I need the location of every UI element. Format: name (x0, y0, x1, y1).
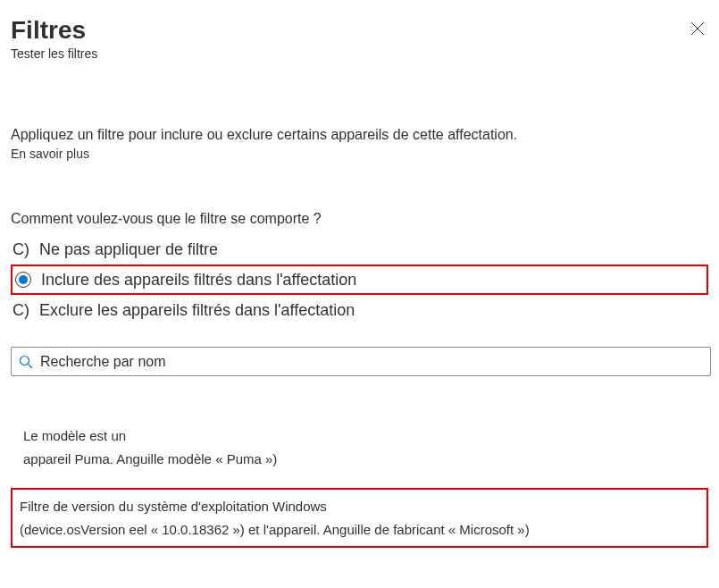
radio-marker-text: C) (13, 240, 34, 259)
filter-block-osversion: Filtre de version du système d'exploitat… (11, 488, 708, 548)
radio-label-include: Inclure des appareils filtrés dans l'aff… (41, 271, 356, 290)
search-icon (19, 355, 33, 369)
panel-subtitle: Tester les filtres (11, 46, 708, 61)
close-button[interactable] (690, 21, 708, 39)
filter-model-line2: appareil Puma. Anguille modèle « Puma ») (23, 448, 701, 471)
radio-label-exclude: Exclure les appareils filtrés dans l'aff… (39, 301, 355, 320)
radio-option-exclude[interactable]: C) Exclure les appareils filtrés dans l'… (11, 295, 708, 325)
filter-block-model: Le modèle est un appareil Puma. Anguille… (16, 419, 708, 475)
panel-title: Filtres (11, 16, 708, 45)
behavior-question: Comment voulez-vous que le filtre se com… (11, 211, 708, 227)
filter-description: Appliquez un filtre pour inclure ou excl… (11, 127, 708, 143)
svg-point-2 (21, 356, 29, 365)
search-box[interactable] (11, 347, 711, 376)
filter-model-line1: Le modèle est un (23, 424, 701, 448)
svg-line-3 (29, 364, 33, 368)
radio-label-none: Ne pas appliquer de filtre (39, 240, 218, 259)
learn-more-link[interactable]: En savoir plus (11, 147, 89, 161)
filter-osversion-line1: Filtre de version du système d'exploitat… (20, 495, 699, 518)
radio-option-include[interactable]: Inclure des appareils filtrés dans l'aff… (11, 265, 708, 295)
radio-option-none[interactable]: C) Ne pas appliquer de filtre (11, 234, 708, 265)
filter-osversion-line2: (device.osVersion eel « 10.0.18362 ») et… (20, 518, 699, 542)
radio-marker-text: C) (13, 301, 34, 320)
filter-behavior-radio-group: C) Ne pas appliquer de filtre Inclure de… (11, 234, 708, 325)
close-icon (690, 21, 705, 36)
search-input[interactable] (40, 354, 703, 370)
radio-button-icon (14, 271, 32, 289)
